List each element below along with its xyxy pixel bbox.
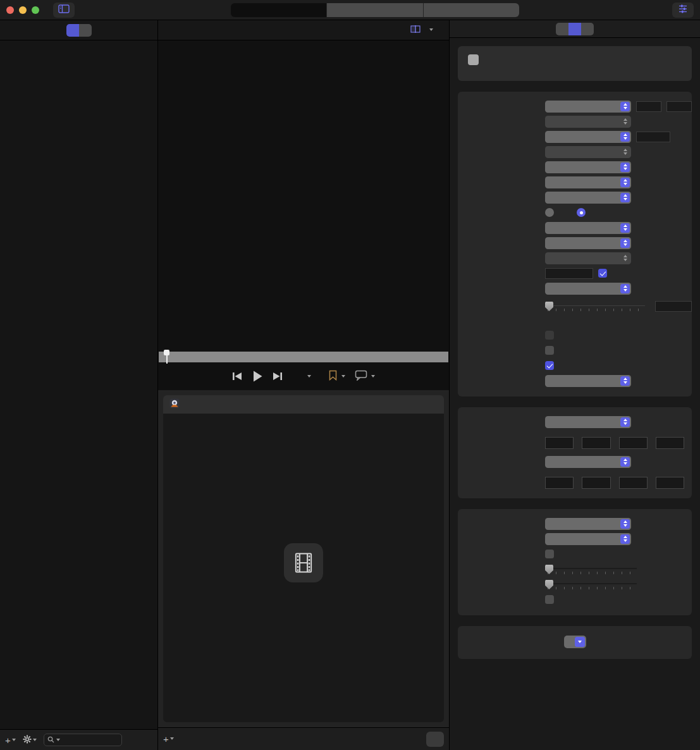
toggle-inspector-button[interactable] bbox=[672, 3, 694, 18]
data-rate-popup[interactable] bbox=[545, 283, 631, 295]
crop-bottom-field[interactable] bbox=[582, 437, 610, 449]
search-field[interactable] bbox=[44, 734, 122, 746]
plus-icon: + bbox=[163, 734, 169, 744]
chevron-down-icon bbox=[371, 375, 376, 378]
sidebar-header bbox=[0, 20, 157, 40]
camera-lut-popup[interactable] bbox=[545, 192, 631, 204]
inspector-tabs bbox=[450, 20, 700, 38]
chevron-down-icon bbox=[575, 637, 585, 647]
tab-audio[interactable] bbox=[581, 23, 594, 35]
resize-filter-popup[interactable] bbox=[545, 518, 631, 530]
add-setting-button[interactable]: + bbox=[5, 735, 16, 746]
codec-hevc-radio[interactable] bbox=[577, 208, 586, 217]
inspector-pane bbox=[450, 20, 700, 750]
frame-rate-popup[interactable] bbox=[545, 131, 631, 143]
settings-tree bbox=[0, 40, 157, 729]
tab-locations[interactable] bbox=[79, 24, 92, 37]
key-frame-interval-field[interactable] bbox=[545, 268, 593, 279]
pad-top-field[interactable] bbox=[545, 477, 574, 489]
color-space-popup[interactable] bbox=[545, 161, 631, 173]
chevron-down-icon bbox=[56, 739, 60, 742]
anti-aliasing-slider[interactable] bbox=[545, 563, 637, 575]
speech-bubble-icon bbox=[355, 370, 367, 383]
start-batch-button[interactable] bbox=[426, 732, 444, 747]
dolby-vision-checkbox[interactable] bbox=[545, 346, 554, 355]
stepper-icon bbox=[620, 178, 630, 187]
split-view-icon[interactable] bbox=[410, 25, 421, 35]
crop-left-field[interactable] bbox=[619, 437, 648, 449]
stepper-icon bbox=[620, 519, 630, 529]
toggle-sidebar-button[interactable] bbox=[53, 3, 75, 18]
film-strip-icon bbox=[284, 543, 323, 582]
add-output-button[interactable]: + bbox=[163, 734, 175, 744]
profile-popup[interactable] bbox=[545, 237, 631, 249]
frame-reordering-checkbox[interactable] bbox=[545, 361, 554, 370]
stepper-icon bbox=[620, 193, 630, 202]
preview-and-batch-pane: + bbox=[158, 20, 450, 750]
close-window-button[interactable] bbox=[6, 6, 14, 14]
details-level-slider[interactable] bbox=[545, 578, 637, 591]
data-rate-slider[interactable] bbox=[545, 300, 645, 312]
stepper-icon bbox=[620, 132, 630, 142]
stepper-icon bbox=[620, 534, 630, 544]
stepper-icon bbox=[620, 254, 630, 263]
add-video-effect-button[interactable] bbox=[564, 636, 586, 648]
frame-size-popup[interactable] bbox=[545, 101, 631, 113]
go-to-end-button[interactable] bbox=[272, 371, 283, 381]
pad-right-field[interactable] bbox=[656, 477, 684, 489]
frame-width-field[interactable] bbox=[636, 101, 661, 112]
go-to-start-button[interactable] bbox=[231, 371, 243, 381]
pad-bottom-field[interactable] bbox=[582, 477, 610, 489]
search-input[interactable] bbox=[61, 735, 118, 744]
cropping-popup[interactable] bbox=[545, 416, 631, 428]
stepper-icon bbox=[620, 117, 630, 126]
playhead-marker[interactable] bbox=[164, 350, 169, 364]
batch-dropzone[interactable] bbox=[163, 414, 444, 722]
frame-height-field[interactable] bbox=[666, 101, 692, 112]
play-button[interactable] bbox=[252, 370, 263, 383]
raw-to-log-popup[interactable] bbox=[545, 176, 631, 188]
tab-current[interactable] bbox=[231, 3, 326, 17]
video-preview bbox=[158, 40, 449, 352]
padding-popup[interactable] bbox=[545, 456, 631, 468]
crop-right-field[interactable] bbox=[656, 437, 684, 449]
titlebar bbox=[0, 0, 700, 20]
entropy-mode-popup bbox=[545, 252, 631, 264]
dithering-checkbox[interactable] bbox=[545, 595, 554, 604]
zoom-window-button[interactable] bbox=[32, 6, 39, 14]
timeline-scrubber[interactable] bbox=[159, 352, 448, 362]
timecode-dropdown[interactable] bbox=[292, 375, 312, 378]
retiming-quality-popup[interactable] bbox=[545, 533, 631, 545]
data-rate-amount-field[interactable] bbox=[655, 301, 692, 312]
marker-menu[interactable] bbox=[328, 370, 346, 383]
batch-area bbox=[158, 390, 449, 727]
tab-completed[interactable] bbox=[423, 3, 519, 17]
chevron-down-icon bbox=[12, 739, 16, 742]
smpte-color-bars bbox=[158, 111, 449, 274]
minimize-window-button[interactable] bbox=[19, 6, 27, 14]
tab-video[interactable] bbox=[568, 23, 581, 35]
stepper-icon bbox=[620, 102, 630, 111]
action-menu-button[interactable] bbox=[23, 735, 37, 746]
crop-top-field[interactable] bbox=[545, 437, 574, 449]
pad-left-field[interactable] bbox=[619, 477, 648, 489]
sidebar-toggle-icon bbox=[58, 4, 70, 16]
transport-controls bbox=[158, 362, 449, 390]
frame-rate-field[interactable] bbox=[636, 132, 670, 142]
tab-general[interactable] bbox=[556, 23, 568, 35]
codec-h264-radio[interactable] bbox=[545, 208, 554, 217]
tab-settings[interactable] bbox=[66, 24, 79, 37]
setting-summary-card bbox=[458, 46, 692, 81]
adaptive-details-checkbox[interactable] bbox=[545, 550, 554, 558]
stepper-icon bbox=[620, 163, 630, 172]
batch-view-segmented-control bbox=[231, 3, 519, 17]
chevron-down-icon bbox=[170, 737, 175, 741]
metadata-360-popup[interactable] bbox=[545, 375, 631, 387]
batch-header bbox=[163, 395, 444, 414]
encoder-type-popup[interactable] bbox=[545, 222, 631, 234]
annotation-menu[interactable] bbox=[355, 370, 376, 383]
stepper-icon bbox=[620, 457, 630, 467]
tab-active[interactable] bbox=[326, 3, 422, 17]
key-frame-automatic-checkbox[interactable] bbox=[598, 269, 607, 278]
multi-pass-checkbox bbox=[545, 331, 554, 340]
